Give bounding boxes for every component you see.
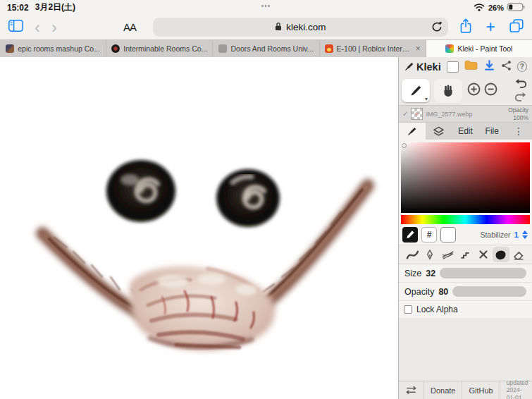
stabilizer-stepper[interactable] <box>522 231 528 239</box>
hue-slider[interactable] <box>401 215 530 224</box>
sidebar-icon[interactable] <box>8 20 23 35</box>
brush-blend-icon[interactable] <box>421 247 438 262</box>
brush-chalk-icon[interactable] <box>475 247 492 262</box>
overflow-menu-icon[interactable]: ⋮ <box>505 123 532 140</box>
tab-label: Kleki - Paint Tool <box>457 44 512 53</box>
forward-icon[interactable]: › <box>51 19 57 36</box>
size-slider-row: Size 32 <box>399 264 532 283</box>
eraser-icon[interactable] <box>510 247 527 262</box>
brush-sketchy-icon[interactable] <box>439 247 456 262</box>
zoom-in-icon[interactable] <box>466 82 481 99</box>
eyedropper-icon <box>406 230 415 239</box>
stabilizer-value[interactable]: 1 <box>514 231 519 239</box>
app-name: Kleki <box>416 61 441 73</box>
import-download-icon[interactable] <box>483 59 495 74</box>
opacity-value: 80 <box>438 287 448 297</box>
zoom-out-icon[interactable] <box>483 82 498 99</box>
ellipsis-indicator: ••• <box>261 2 271 10</box>
browser-toolbar: ‹ › AA kleki.com + <box>0 15 532 39</box>
brush-tool-button[interactable]: ▾ <box>402 79 430 102</box>
eyedropper-button[interactable] <box>402 227 418 243</box>
kleki-panel: Kleki ? ▾ <box>398 57 532 399</box>
brush-icon <box>407 126 417 137</box>
color-selector-dot[interactable] <box>402 143 407 148</box>
tabs-overview-icon[interactable] <box>509 19 524 35</box>
hex-code-button[interactable]: # <box>421 227 437 243</box>
layer-name: IMG_2577.webp <box>426 111 505 118</box>
kleki-brush-logo-icon <box>404 61 414 72</box>
reload-icon[interactable] <box>431 21 443 35</box>
drawing-canvas[interactable] <box>0 57 398 399</box>
size-slider[interactable] <box>440 268 526 278</box>
tab-label: Doors And Rooms Univ... <box>230 44 313 53</box>
tab-file[interactable]: File <box>478 123 505 140</box>
tab-edit[interactable]: Edit <box>452 123 479 140</box>
share-nodes-icon[interactable] <box>501 60 512 74</box>
tab-strip: epic rooms mashup Co... Interminable Roo… <box>0 39 532 57</box>
updated-date: 2024-01-01 <box>507 386 528 399</box>
layer-opacity-label: Opacity <box>508 106 528 113</box>
current-color-swatch[interactable] <box>440 227 456 243</box>
brush-icon <box>409 84 423 97</box>
opacity-slider[interactable] <box>452 286 526 297</box>
tab-kleki[interactable]: Kleki - Paint Tool <box>426 40 532 57</box>
hand-tool-button[interactable] <box>434 79 462 102</box>
lock-alpha-row: Lock Alpha <box>399 301 532 318</box>
layer-thumbnail[interactable] <box>411 108 423 120</box>
back-icon[interactable]: ‹ <box>35 19 40 36</box>
color-picker-section <box>399 140 532 224</box>
brush-pixel-icon[interactable] <box>457 247 474 262</box>
layers-icon <box>433 126 445 137</box>
battery-icon <box>507 3 525 13</box>
right-eye <box>216 169 280 227</box>
step-down-icon[interactable] <box>522 235 528 239</box>
main-area: Kleki ? ▾ <box>0 57 532 399</box>
brush-pen-icon[interactable] <box>404 247 421 262</box>
clock: 15:02 <box>7 3 29 13</box>
color-controls-row: # Stabilizer 1 <box>399 224 532 245</box>
tab-layers[interactable] <box>426 123 452 140</box>
brush-smudge-icon[interactable] <box>493 247 509 262</box>
layer-visible-check[interactable]: ✓ <box>402 110 408 118</box>
lock-alpha-checkbox[interactable] <box>404 305 412 314</box>
updated-info: updated 2024-01-01 <box>500 381 532 399</box>
saturation-value-gradient[interactable] <box>401 142 530 213</box>
tool-row: ▾ <box>399 76 532 105</box>
tab-label: epic rooms mashup Co... <box>18 44 100 53</box>
github-link[interactable]: GitHub <box>462 381 500 399</box>
kleki-logo: Kleki <box>404 61 441 73</box>
status-bar: 15:02 3月2日(土) ••• 26% <box>0 0 532 15</box>
updated-label: updated <box>507 379 528 387</box>
tab-e100-roblox[interactable]: E-100 | Roblox Intermin... × <box>320 40 426 57</box>
new-image-button[interactable] <box>447 61 459 73</box>
tab-doors-and-rooms[interactable]: Doors And Rooms Univ... <box>213 40 319 57</box>
opacity-label: Opacity <box>404 287 434 297</box>
drawing-svg[interactable] <box>0 57 398 399</box>
hand-icon <box>442 84 454 97</box>
help-icon[interactable]: ? <box>517 61 527 72</box>
text-size-button[interactable]: AA <box>123 21 136 33</box>
close-tab-icon[interactable]: × <box>416 44 421 54</box>
date: 3月2日(土) <box>35 1 75 13</box>
new-tab-icon[interactable]: + <box>486 19 495 35</box>
opacity-slider-row: Opacity 80 <box>399 283 532 301</box>
tab-favicon <box>6 44 14 53</box>
ipad-screen: 15:02 3月2日(土) ••• 26% ‹ › AA kleki.com <box>0 0 532 399</box>
address-bar[interactable]: kleki.com <box>153 18 448 37</box>
share-icon[interactable] <box>459 18 472 37</box>
step-up-icon[interactable] <box>522 231 528 234</box>
donate-link[interactable]: Donate <box>424 381 462 399</box>
active-layer-row[interactable]: ✓ IMG_2577.webp Opacity 100% <box>399 105 532 123</box>
tab-label: Interminable Rooms Co... <box>123 44 207 53</box>
undo-icon[interactable] <box>514 78 527 91</box>
tab-brush-settings[interactable] <box>399 123 426 140</box>
tab-interminable-rooms[interactable]: Interminable Rooms Co... <box>106 40 213 57</box>
tab-favicon <box>445 44 454 53</box>
status-right: 26% <box>474 3 525 13</box>
swap-button[interactable] <box>399 381 424 399</box>
layer-opacity: Opacity 100% <box>508 106 528 121</box>
redo-icon[interactable] <box>514 91 527 104</box>
mouth-teeth <box>130 266 276 350</box>
tab-epic-rooms[interactable]: epic rooms mashup Co... <box>0 40 106 57</box>
open-file-icon[interactable] <box>464 60 478 73</box>
